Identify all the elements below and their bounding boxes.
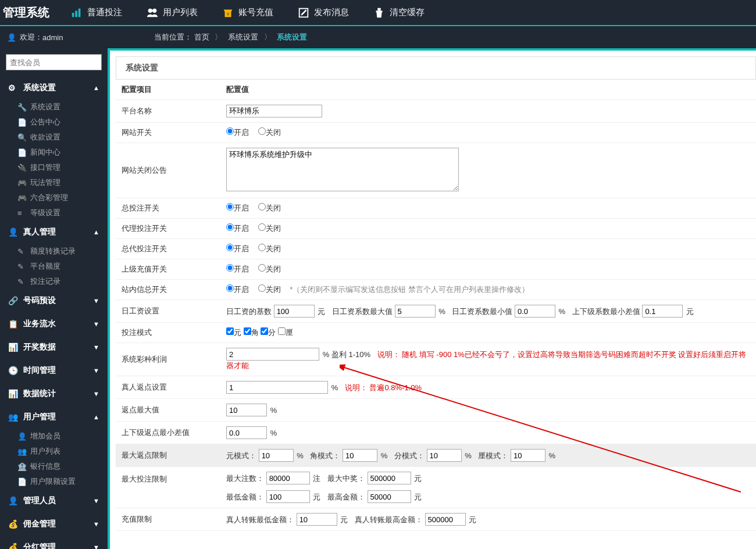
col-header-name: 配置项目: [116, 80, 220, 100]
close-notice-textarea[interactable]: 环球博乐系统维护升级中: [226, 148, 459, 191]
sidebar-item-0-1[interactable]: 📄公告中心: [0, 115, 108, 130]
recharge-min-input[interactable]: [297, 513, 337, 526]
sidebar-group-5[interactable]: 🕒时间管理▼: [0, 359, 108, 382]
chevron-down-icon: ▼: [93, 544, 99, 549]
rebate-diff-input[interactable]: [226, 426, 267, 439]
recharge-max-input[interactable]: [425, 513, 466, 526]
sidebar-item-label: 公告中心: [30, 117, 60, 127]
users-icon: [145, 6, 159, 20]
sidebar-group-8[interactable]: 👤管理人员▼: [0, 489, 108, 512]
search-input[interactable]: [6, 54, 102, 70]
topnav-item-users[interactable]: 用户列表: [134, 0, 209, 26]
agent-bet-off-radio[interactable]: [258, 223, 266, 231]
sidebar-item-0-4[interactable]: 🔌接口管理: [0, 160, 108, 175]
sidebar-group-6[interactable]: 📊数据统计▼: [0, 382, 108, 405]
chevron-down-icon: ▼: [93, 297, 99, 304]
total-bet-off-radio[interactable]: [258, 203, 266, 211]
max-bet-count-input[interactable]: [266, 472, 310, 484]
sidebar-group-9[interactable]: 💰佣金管理▼: [0, 512, 108, 536]
chevron-up-icon: ▲: [93, 84, 99, 91]
doc-icon: 📄: [17, 477, 27, 486]
breadcrumb-prefix: 当前位置：: [154, 33, 192, 41]
upper-recharge-on-radio[interactable]: [226, 264, 234, 272]
sidebar-item-label: 增加会员: [30, 431, 60, 441]
sidebar-item-1-0[interactable]: ✎额度转换记录: [0, 244, 108, 259]
platform-name-input[interactable]: [226, 105, 322, 117]
row-real-return: 真人返点设置 % 说明： 普遍0.8%-1.0%: [116, 376, 756, 399]
users-icon: 👥: [8, 412, 19, 422]
topnav-item-message[interactable]: 发布消息: [285, 0, 361, 26]
sidebar-item-0-3[interactable]: 📄新闻中心: [0, 145, 108, 160]
sidebar-group-10[interactable]: 💰分红管理▼: [0, 536, 108, 549]
sidebar-item-7-3[interactable]: 📄用户限额设置: [0, 474, 108, 489]
bet-mode-yuan-checkbox[interactable]: [226, 327, 234, 335]
site-msg-off-radio[interactable]: [258, 284, 266, 292]
sidebar-item-7-1[interactable]: 👥用户列表: [0, 444, 108, 459]
breadcrumb-level1[interactable]: 系统设置: [228, 33, 258, 41]
chevron-down-icon: ▼: [93, 320, 99, 327]
sidebar-group-1[interactable]: 👤真人管理▲: [0, 220, 108, 244]
bet-mode-li-checkbox[interactable]: [278, 327, 286, 335]
rebate-max-input[interactable]: [226, 404, 267, 416]
real-return-input[interactable]: [226, 381, 328, 394]
row-upper-recharge-switch: 上级充值开关 开启 关闭: [116, 259, 756, 280]
max-rebate-yuan-input[interactable]: [259, 449, 294, 462]
sidebar-item-0-7[interactable]: ≡等级设置: [0, 205, 108, 220]
sidebar-group-0[interactable]: ⚙系统设置▲: [0, 76, 108, 99]
daily-wage-diff-input[interactable]: [642, 305, 683, 318]
max-rebate-jiao-input[interactable]: [343, 449, 377, 462]
upper-recharge-off-radio[interactable]: [258, 264, 266, 272]
system-profit-input[interactable]: [226, 348, 319, 361]
site-switch-off-radio[interactable]: [258, 127, 266, 135]
sidebar-group-2[interactable]: 🔗号码预设▼: [0, 289, 108, 312]
breadcrumb-current: 系统设置: [277, 33, 307, 41]
max-bet-min-input[interactable]: [266, 490, 310, 503]
topnav-item-bet[interactable]: 普通投注: [58, 0, 134, 26]
max-rebate-li-input[interactable]: [511, 449, 545, 462]
daily-wage-min-input[interactable]: [515, 305, 555, 318]
game-icon: 🎮: [17, 194, 27, 202]
sidebar-item-7-0[interactable]: 👤增加会员: [0, 429, 108, 444]
sidebar-item-1-2[interactable]: ✎投注记录: [0, 274, 108, 289]
sidebar-item-0-5[interactable]: 🎮玩法管理: [0, 175, 108, 190]
agent-bet-on-radio[interactable]: [226, 223, 234, 231]
max-rebate-fen-input[interactable]: [427, 449, 462, 462]
topnav: 普通投注 用户列表 ¥ 账号充值 发布消息 清空缓存: [58, 0, 436, 26]
bet-mode-fen-checkbox[interactable]: [261, 327, 268, 335]
max-bet-prize-input[interactable]: [368, 472, 411, 484]
sidebar-group-label: 号码预设: [23, 295, 56, 306]
topnav-item-clearcache[interactable]: 清空缓存: [361, 0, 436, 26]
max-bet-max-input[interactable]: [368, 490, 411, 503]
svg-rect-1: [75, 10, 77, 17]
topnav-item-recharge[interactable]: ¥ 账号充值: [209, 0, 285, 26]
svg-text:¥: ¥: [226, 10, 230, 16]
sidebar-search: [0, 48, 108, 76]
chevron-right-icon: 〉: [215, 33, 222, 41]
sidebar-group-label: 管理人员: [23, 495, 56, 506]
sidebar-item-1-1[interactable]: ✎平台额度: [0, 259, 108, 274]
sidebar-group-3[interactable]: 📋业务流水▼: [0, 312, 108, 336]
total-bet-on-radio[interactable]: [226, 203, 234, 211]
sidebar-item-label: 用户列表: [30, 446, 60, 457]
daily-wage-base-input[interactable]: [274, 305, 315, 318]
daily-wage-max-input[interactable]: [395, 305, 436, 318]
total-agent-bet-on-radio[interactable]: [226, 244, 234, 251]
row-max-bet-limit: 最大投注限制 最大注数： 注 最大中奖： 元 最低金额：: [116, 467, 756, 508]
site-switch-on-radio[interactable]: [226, 127, 234, 135]
sidebar-item-label: 玩法管理: [30, 177, 60, 188]
svg-point-4: [152, 8, 156, 12]
sidebar-item-0-6[interactable]: 🎮六合彩管理: [0, 190, 108, 205]
sidebar-group-4[interactable]: 📊开奖数据▼: [0, 336, 108, 359]
edit-icon: ✎: [17, 247, 27, 256]
sidebar-item-0-2[interactable]: 🔍收款设置: [0, 130, 108, 145]
site-msg-on-radio[interactable]: [226, 284, 234, 292]
breadcrumb-home[interactable]: 首页: [194, 33, 209, 41]
row-site-msg-switch: 站内信总开关 开启 关闭 *（关闭则不显示编写发送信息按钮 禁言个人可在用户列表…: [116, 280, 756, 300]
sidebar-item-7-2[interactable]: 🏦银行信息: [0, 459, 108, 474]
breadcrumb: 当前位置： 首页 〉 系统设置 〉 系统设置: [108, 32, 307, 42]
sidebar-group-7[interactable]: 👥用户管理▲: [0, 405, 108, 429]
bars-icon: 📊: [8, 343, 19, 352]
total-agent-bet-off-radio[interactable]: [258, 244, 266, 251]
sidebar-item-0-0[interactable]: 🔧系统设置: [0, 99, 108, 115]
bet-mode-jiao-checkbox[interactable]: [244, 327, 251, 335]
